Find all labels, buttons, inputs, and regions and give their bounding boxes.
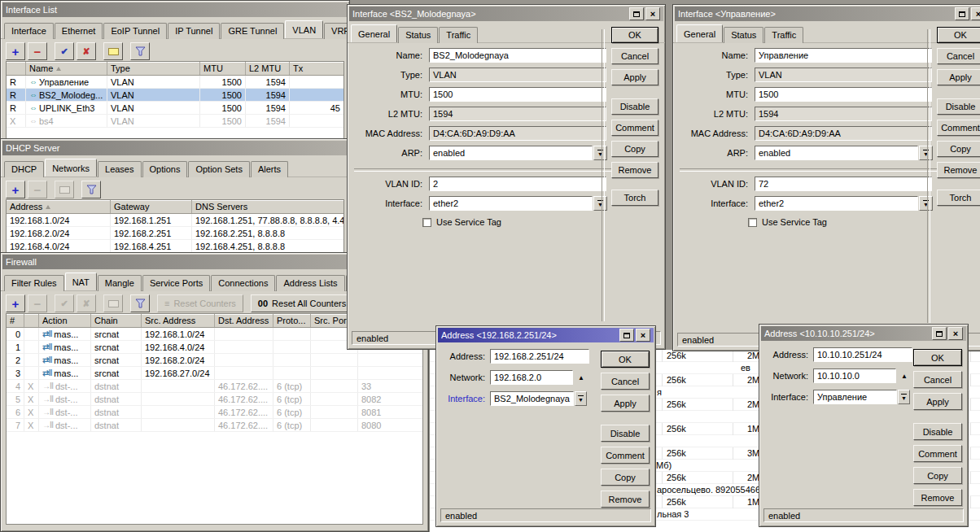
column-header-l2mtu[interactable]: L2 MTU — [246, 62, 290, 75]
table-row[interactable]: 192.168.1.0/24 192.168.1.251 192.168.1.2… — [7, 214, 343, 227]
tab[interactable]: General — [676, 24, 723, 42]
tab[interactable]: NAT — [65, 273, 97, 290]
dialog-button[interactable]: Remove — [611, 162, 658, 178]
table-row[interactable]: 5 X →‖dst-... dstnat 46.172.62.... 6 (tc… — [7, 393, 422, 406]
dialog-button[interactable]: Cancel — [913, 371, 962, 388]
comment-button[interactable] — [55, 181, 74, 198]
disable-button[interactable]: ✘ — [77, 42, 96, 60]
filter-button[interactable] — [130, 42, 150, 60]
spin-up-icon[interactable]: ▲ — [901, 373, 908, 380]
enable-button[interactable]: ✔ — [55, 294, 74, 312]
dialog-button[interactable]: Apply — [601, 395, 650, 412]
tab[interactable]: Leases — [98, 161, 141, 177]
name-field[interactable]: BS2_Molodegnaya — [429, 48, 606, 63]
table-row[interactable]: 6 X →‖dst-... dstnat 46.172.62.... 6 (tc… — [7, 406, 422, 419]
tab[interactable]: Option Sets — [188, 161, 249, 177]
network-field[interactable]: 192.168.2.0 — [490, 370, 573, 385]
comment-button[interactable] — [103, 294, 123, 312]
table-row[interactable]: 192.168.2.0/24 192.168.2.251 192.168.2.2… — [7, 227, 343, 240]
interface-list-titlebar[interactable]: Interface List — [2, 2, 348, 17]
interface-dropdown-button[interactable]: ▼ — [575, 391, 587, 406]
tab[interactable]: General — [351, 24, 397, 42]
interface-bs2-titlebar[interactable]: Interface <BS2_Molodegnaya> × — [349, 7, 663, 21]
table-row[interactable]: 3 ⇄‖mas... srcnat 192.168.27.0/24 — [7, 367, 422, 380]
dialog-button[interactable]: Comment — [601, 447, 650, 464]
tab[interactable]: DHCP — [4, 161, 44, 177]
maximize-button[interactable] — [932, 327, 947, 340]
column-header-type[interactable]: Type — [107, 62, 200, 75]
dialog-button[interactable]: Apply — [611, 69, 658, 85]
tab[interactable]: Connections — [211, 275, 275, 291]
column-header-chain[interactable]: Chain — [91, 314, 142, 327]
dialog-button[interactable]: OK — [601, 351, 650, 368]
arp-dropdown-button[interactable]: ▼ — [919, 146, 933, 160]
column-header-flags[interactable] — [24, 314, 39, 327]
dialog-button[interactable]: Apply — [937, 69, 980, 85]
interface-dropdown-button[interactable]: ▼ — [593, 196, 607, 211]
tab[interactable]: IP Tunnel — [168, 23, 220, 39]
maximize-button[interactable] — [955, 7, 969, 20]
dialog-button[interactable]: Disable — [913, 423, 962, 440]
tab[interactable]: Traffic — [439, 27, 478, 43]
interface-select[interactable]: ether2 — [429, 196, 593, 211]
filter-button[interactable] — [130, 294, 150, 312]
column-header-mtu[interactable]: MTU — [200, 62, 246, 75]
spin-up-icon[interactable]: ▲ — [578, 374, 584, 382]
tab[interactable]: Mangle — [98, 275, 142, 291]
enable-button[interactable]: ✔ — [55, 42, 74, 60]
column-header-dns[interactable]: DNS Servers — [192, 200, 343, 213]
remove-button[interactable]: − — [28, 181, 47, 198]
close-button[interactable]: × — [645, 7, 660, 20]
use-service-tag-checkbox[interactable] — [748, 218, 757, 227]
interface-upravlenie-titlebar[interactable]: Interface <Управление> × — [675, 7, 980, 21]
vlan-id-field[interactable]: 2 — [429, 177, 606, 191]
remove-button[interactable]: − — [28, 294, 47, 312]
address-192-titlebar[interactable]: Address <192.168.2.251/24> × — [438, 328, 654, 342]
dialog-button[interactable]: OK — [913, 349, 962, 366]
close-button[interactable]: × — [971, 7, 980, 20]
add-button[interactable]: + — [6, 181, 25, 198]
tab[interactable]: Interface — [4, 23, 54, 39]
dialog-button[interactable]: Cancel — [601, 373, 650, 390]
dialog-button[interactable]: Copy — [937, 141, 980, 157]
table-row[interactable]: R ⇔Управление VLAN 1500 1594 — [7, 76, 343, 89]
table-row[interactable]: 192.168.4.0/24 192.168.4.251 192.168.4.2… — [7, 240, 343, 253]
dialog-button[interactable]: Apply — [913, 393, 962, 410]
dialog-button[interactable]: Comment — [937, 120, 980, 136]
dhcp-server-titlebar[interactable]: DHCP Server — [2, 141, 348, 155]
table-row[interactable]: R ⇔UPLINK_Eth3 VLAN 1500 1594 45 — [7, 102, 343, 115]
tab[interactable]: Alerts — [251, 161, 288, 177]
tab[interactable]: Status — [398, 27, 438, 43]
mtu-field[interactable]: 1500 — [755, 87, 932, 102]
network-field[interactable]: 10.10.10.0 — [813, 368, 896, 383]
column-header-name[interactable]: Name — [26, 62, 107, 75]
table-row[interactable]: 2 ⇄‖mas... srcnat 192.168.2.0/24 — [7, 354, 422, 367]
address-10-titlebar[interactable]: Address <10.10.10.251/24> × — [761, 326, 966, 341]
arp-select[interactable]: enabled — [755, 146, 918, 160]
column-header-flags[interactable] — [7, 62, 26, 75]
dialog-button[interactable]: Cancel — [937, 48, 980, 64]
table-row[interactable]: 7 X →‖dst-... dstnat 46.172.62.... 6 (tc… — [7, 419, 422, 432]
dialog-button[interactable]: Disable — [611, 98, 658, 115]
filter-button[interactable] — [81, 181, 101, 198]
table-row[interactable]: X ⇔bs4 VLAN 1500 1594 — [7, 115, 343, 128]
interface-select[interactable]: BS2_Molodegnaya — [490, 391, 574, 406]
maximize-button[interactable] — [629, 7, 644, 20]
column-header-action[interactable]: Action — [39, 314, 91, 327]
vlan-id-field[interactable]: 72 — [755, 177, 932, 191]
maximize-button[interactable] — [619, 329, 634, 342]
interface-dropdown-button[interactable]: ▼ — [919, 196, 933, 211]
dialog-button[interactable]: Remove — [601, 491, 650, 508]
dialog-button[interactable]: OK — [937, 27, 980, 43]
column-header-gateway[interactable]: Gateway — [111, 200, 192, 213]
arp-dropdown-button[interactable]: ▼ — [593, 146, 607, 160]
interface-select[interactable]: ether2 — [755, 196, 918, 211]
tab[interactable]: Traffic — [764, 27, 803, 43]
name-field[interactable]: Управление — [755, 48, 932, 63]
use-service-tag-checkbox[interactable] — [422, 218, 431, 227]
column-header-number[interactable]: # — [7, 314, 24, 327]
table-row[interactable]: R ⇔BS2_Molodeg... VLAN 1500 1594 — [7, 89, 343, 102]
interface-select[interactable]: Управление — [813, 390, 897, 404]
dialog-button[interactable]: OK — [611, 27, 658, 43]
dialog-button[interactable]: Torch — [937, 190, 980, 206]
